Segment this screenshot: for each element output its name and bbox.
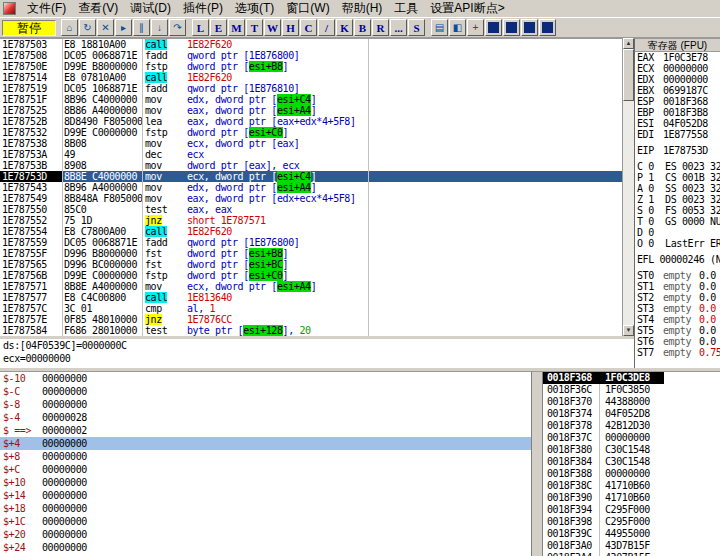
toolbar-letter-button-12[interactable]: S	[408, 19, 425, 36]
stack-offset-row[interactable]: $+C00000000	[0, 463, 531, 476]
menu-item-5[interactable]: 窗口(W)	[280, 0, 335, 18]
stack-row[interactable]: 0018F37842B12D30	[543, 420, 720, 432]
disasm-row[interactable]: 1E78755085C0testeax, eax	[0, 204, 634, 215]
register-flags-row[interactable]: Z 1 DS 0023 32位 0(FFFFFFFF)	[635, 194, 720, 205]
register-row-ebx[interactable]: EBX0699187C	[635, 85, 720, 96]
disasm-row[interactable]: 1E787559DC05 0068871Efaddqword ptr [1E87…	[0, 237, 634, 248]
stack-offset-row[interactable]: $+800000000	[0, 450, 531, 463]
toolbar-letter-button-9[interactable]: B	[354, 19, 371, 36]
disasm-row[interactable]: 1E78753A49dececx	[0, 149, 634, 160]
menu-item-3[interactable]: 插件(P)	[177, 0, 229, 18]
toolbar-letter-button-11[interactable]: ...	[390, 19, 407, 36]
disasm-row[interactable]: 1E787584F686 28010000 20testbyte ptr [es…	[0, 325, 634, 336]
register-row-st3[interactable]: ST3empty0.0	[635, 303, 720, 314]
disasm-row[interactable]: 1E787508DC05 0068871Efaddqword ptr [1E87…	[0, 50, 634, 61]
toolbar-letter-button-1[interactable]: E	[210, 19, 227, 36]
stack-offset-row[interactable]: $+1000000000	[0, 476, 531, 489]
stack-row[interactable]: 0018F39041710B60	[543, 492, 720, 504]
toolbar-letter-button-4[interactable]: W	[264, 19, 281, 36]
toolbar-icon-button-4[interactable]: ∥	[133, 19, 150, 36]
disasm-row[interactable]: 1E787519DC05 1068871Efaddqword ptr [1E87…	[0, 83, 634, 94]
register-row-st7[interactable]: ST7empty0.75	[635, 347, 720, 358]
stack-row[interactable]: 0018F36C1F0C3850	[543, 384, 720, 396]
stack-row[interactable]: 0018F394C295F000	[543, 504, 720, 516]
register-flags-row[interactable]: D 0	[635, 227, 720, 238]
stack-row[interactable]: 0018F3A043D7B15F	[543, 540, 720, 552]
toolbar-icon-button-6[interactable]: ↷	[169, 19, 186, 36]
register-row-st2[interactable]: ST2empty0.0	[635, 292, 720, 303]
toolbar-square-button-1[interactable]	[503, 19, 520, 36]
toolbar-letter-button-2[interactable]: M	[228, 19, 245, 36]
register-flags-row[interactable]: A 0 SS 0023 32位 0(FFFFFFFF)	[635, 183, 720, 194]
toolbar-square-button-0[interactable]	[485, 19, 502, 36]
stack-row[interactable]: 0018F380C30C1548	[543, 444, 720, 456]
register-row-st4[interactable]: ST4empty0.0	[635, 314, 720, 325]
stack-row[interactable]: 0018F3681F0C3DE8	[543, 372, 720, 384]
stack-row[interactable]: 0018F398C295F000	[543, 516, 720, 528]
toolbar-icon-button-5[interactable]: ↓	[151, 19, 168, 36]
disasm-row[interactable]: 1E7875718B8E A4000000movecx, dword ptr […	[0, 281, 634, 292]
disasm-row[interactable]: 1E78756BD99E C0000000fstpdword ptr [esi+…	[0, 270, 634, 281]
toolbar-icon-button-0[interactable]: ⌂	[61, 19, 78, 36]
stack-offset-row[interactable]: $+2400000000	[0, 541, 531, 554]
register-flags-row[interactable]: P 1 CS 001B 32位 0(FFFFFFFF)	[635, 172, 720, 183]
stack-row[interactable]: 0018F39C44955000	[543, 528, 720, 540]
stack-row[interactable]: 0018F37C00000000	[543, 432, 720, 444]
toolbar-icon-button-3[interactable]: ▸	[115, 19, 132, 36]
register-row-st0[interactable]: ST0empty0.0	[635, 270, 720, 281]
disasm-row[interactable]: 1E78753B8908movdword ptr [eax], ecx	[0, 160, 634, 171]
menu-item-7[interactable]: 工具	[388, 0, 424, 18]
disasm-row[interactable]: 1E78751F8B96 C4000000movedx, dword ptr […	[0, 94, 634, 105]
disasm-row[interactable]: 1E78753D8B8E C4000000movecx, dword ptr […	[0, 171, 634, 182]
register-flags-row[interactable]: C 0 ES 0023 32位 0(FFFFFFFF)	[635, 161, 720, 172]
disasm-row[interactable]: 1E78750ED99E B8000000fstpdword ptr [esi+…	[0, 61, 634, 72]
stack-row[interactable]: 0018F38800000000	[543, 468, 720, 480]
disasm-row[interactable]: 1E787565D996 BC000000fstdword ptr [esi+B…	[0, 259, 634, 270]
disasm-row[interactable]: 1E787503E8 18810A00call1E82F620	[0, 39, 634, 50]
toolbar-letter-button-5[interactable]: H	[282, 19, 299, 36]
toolbar-extra-button-1[interactable]: ◧	[449, 19, 466, 36]
register-flags-row[interactable]: S 0 FS 0053 32位 7FFDE000(FFF)	[635, 205, 720, 216]
register-row-ecx[interactable]: ECX00000000	[635, 63, 720, 74]
toolbar-icon-button-1[interactable]: ↻	[79, 19, 96, 36]
stack-offset-row[interactable]: $+1400000000	[0, 489, 531, 502]
register-flags-row[interactable]: O 0 LastErr ERROR_SUCCESS (00000000)	[635, 238, 720, 249]
stack-offset-row[interactable]: $+1800000000	[0, 502, 531, 515]
pane-divider[interactable]	[531, 371, 543, 556]
stack-offset-row[interactable]: $-800000000	[0, 398, 531, 411]
register-row-esp[interactable]: ESP0018F368	[635, 96, 720, 107]
stack-offset-row[interactable]: $-C00000000	[0, 385, 531, 398]
stack-offset-row[interactable]: $ ==>00000002	[0, 424, 531, 437]
stack-row[interactable]: 0018F384C30C1548	[543, 456, 720, 468]
disasm-row[interactable]: 1E78755FD996 B8000000fstdword ptr [esi+B…	[0, 248, 634, 259]
stack-row[interactable]: 0018F3A44307B15F	[543, 552, 720, 556]
disasm-row[interactable]: 1E787532D99E C0000000fstpdword ptr [esi+…	[0, 127, 634, 138]
stack-offset-row[interactable]: $+400000000	[0, 437, 531, 450]
disasm-row[interactable]: 1E78752B8D8490 F8050000leaeax, dword ptr…	[0, 116, 634, 127]
toolbar-square-button-3[interactable]	[539, 19, 556, 36]
toolbar-letter-button-3[interactable]: T	[246, 19, 263, 36]
register-row-eax[interactable]: EAX1F0C3E78	[635, 52, 720, 63]
register-flags-row[interactable]: T 0 GS 0000 NULL	[635, 216, 720, 227]
disasm-vscrollbar[interactable]: ▲ ▼	[622, 38, 634, 336]
disasm-row[interactable]: 1E7875388B08movecx, dword ptr [eax]	[0, 138, 634, 149]
stack-offset-row[interactable]: $-400000028	[0, 411, 531, 424]
disasm-row[interactable]: 1E78757C3C 01cmpal, 1	[0, 303, 634, 314]
stack-offset-row[interactable]: $+2000000000	[0, 528, 531, 541]
toolbar-extra-button-0[interactable]: ▤	[431, 19, 448, 36]
register-flags-row[interactable]: EFL 00000246 (NO,NB,E,BE,NS,PE,GE,LE)	[635, 254, 720, 265]
toolbar-square-button-2[interactable]	[521, 19, 538, 36]
toolbar-letter-button-0[interactable]: L	[192, 19, 209, 36]
stack-row[interactable]: 0018F37404F052D8	[543, 408, 720, 420]
register-row-eip[interactable]: EIP1E78753D	[635, 145, 720, 156]
toolbar-letter-button-6[interactable]: C	[300, 19, 317, 36]
register-row-edx[interactable]: EDX00000000	[635, 74, 720, 85]
register-row-st5[interactable]: ST5empty0.0	[635, 325, 720, 336]
menu-item-6[interactable]: 帮助(H)	[336, 0, 389, 18]
menu-item-8[interactable]: 设置API断点>	[424, 0, 510, 18]
disasm-row[interactable]: 1E7875258B86 A4000000moveax, dword ptr […	[0, 105, 634, 116]
disasm-row[interactable]: 1E787577E8 C4C00800call1E813640	[0, 292, 634, 303]
register-row-esi[interactable]: ESI04F052D8	[635, 118, 720, 129]
stack-offset-row[interactable]: $-1000000000	[0, 372, 531, 385]
menu-item-4[interactable]: 选项(T)	[229, 0, 280, 18]
